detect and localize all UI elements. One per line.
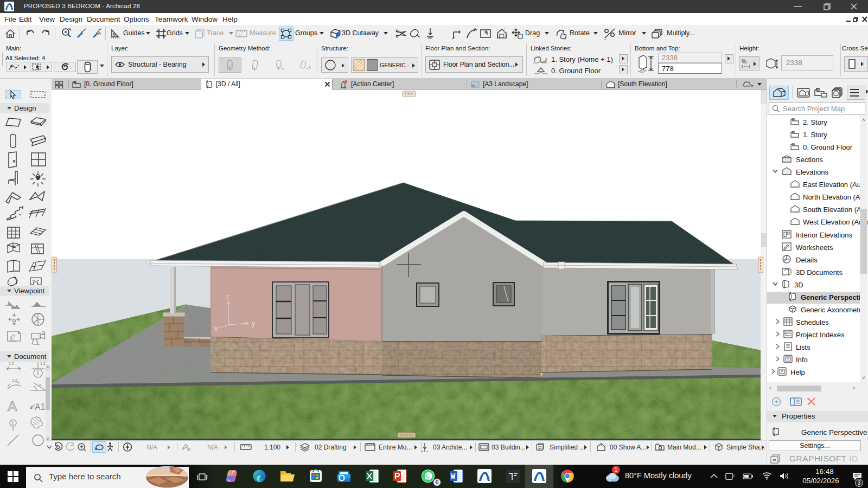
- svg-text:y: y: [252, 320, 255, 328]
- svg-text:A1: A1: [35, 402, 46, 412]
- svg-text:α: α: [39, 383, 41, 387]
- svg-text:1.2: 1.2: [40, 362, 46, 365]
- svg-text:1.2: 1.2: [12, 378, 17, 382]
- svg-text:x: x: [214, 325, 218, 332]
- svg-text:1: 1: [11, 420, 14, 426]
- svg-text:z: z: [226, 293, 229, 301]
- svg-text:1.2: 1.2: [9, 362, 14, 365]
- svg-text:12: 12: [238, 33, 242, 37]
- svg-text:%: %: [742, 59, 746, 65]
- svg-text:A: A: [8, 398, 17, 414]
